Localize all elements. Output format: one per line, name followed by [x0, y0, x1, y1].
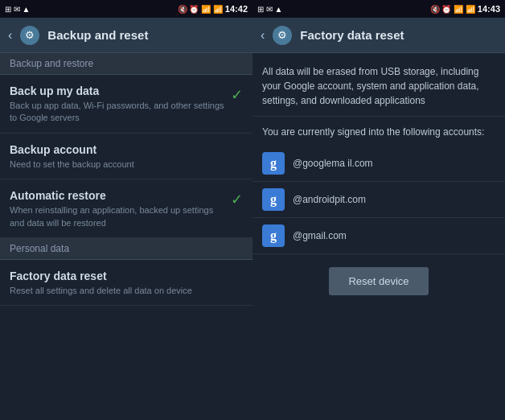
backup-account-desc: Need to set the backup account — [10, 159, 236, 171]
google-icon-1: g — [262, 188, 285, 211]
auto-restore-check: ✓ — [231, 191, 243, 208]
left-status-bar: ⊞ ✉ ▲ 🔇 ⏰ 📶 📶 14:42 — [0, 0, 252, 18]
account-item-2[interactable]: g @gmail.com — [252, 218, 505, 254]
backup-my-data-desc: Back up app data, Wi-Fi passwords, and o… — [10, 100, 224, 125]
left-nav-header: ‹ ⚙ Backup and reset — [0, 18, 252, 53]
setting-factory-reset[interactable]: Factory data reset Reset all settings an… — [0, 260, 252, 306]
right-screen-content: All data will be erased from USB storage… — [252, 53, 505, 420]
right-system-icons: 🔇 ⏰ 📶 📶 — [430, 5, 475, 14]
right-nav-title: Factory data reset — [300, 28, 404, 42]
accounts-intro-text: You are currently signed into the follow… — [252, 117, 505, 146]
reset-button-container: Reset device — [252, 254, 505, 308]
right-status-bar: ⊞ ✉ ▲ 🔇 ⏰ 📶 📶 14:43 — [252, 0, 505, 18]
backup-my-data-check: ✓ — [231, 86, 243, 104]
section-header-backup: Backup and restore — [0, 53, 252, 75]
left-status-time: 14:42 — [225, 4, 248, 14]
section-header-personal: Personal data — [0, 238, 252, 260]
account-email-2: @gmail.com — [293, 230, 347, 241]
right-status-time: 14:43 — [478, 4, 500, 14]
setting-auto-restore[interactable]: Automatic restore When reinstalling an a… — [0, 179, 252, 238]
left-status-right-icons: 🔇 ⏰ 📶 📶 14:42 — [178, 4, 248, 14]
right-status-right-icons: 🔇 ⏰ 📶 📶 14:43 — [430, 4, 500, 14]
right-phone-screen: ⊞ ✉ ▲ 🔇 ⏰ 📶 📶 14:43 ‹ ⚙ Factory data res… — [252, 0, 505, 420]
setting-backup-my-data[interactable]: Back up my data Back up app data, Wi-Fi … — [0, 75, 252, 134]
reset-warning-text: All data will be erased from USB storage… — [252, 53, 505, 117]
google-icon-2: g — [262, 224, 285, 247]
left-status-left-icons: ⊞ ✉ ▲ — [5, 5, 30, 14]
auto-restore-title: Automatic restore — [10, 189, 224, 202]
google-icon-0: g — [262, 152, 285, 175]
account-item-0[interactable]: g @googlema il.com — [252, 146, 505, 182]
backup-my-data-title: Back up my data — [10, 84, 224, 97]
account-email-1: @androidpit.com — [293, 194, 366, 205]
left-phone-screen: ⊞ ✉ ▲ 🔇 ⏰ 📶 📶 14:42 ‹ ⚙ Backup and reset… — [0, 0, 252, 420]
auto-restore-desc: When reinstalling an application, backed… — [10, 204, 224, 229]
right-status-left-icons: ⊞ ✉ ▲ — [257, 5, 282, 14]
left-screen-content: Backup and restore Back up my data Back … — [0, 53, 252, 420]
right-back-arrow[interactable]: ‹ — [261, 28, 265, 43]
reset-device-button[interactable]: Reset device — [329, 267, 428, 295]
system-icons: 🔇 ⏰ 📶 📶 — [178, 5, 223, 14]
backup-account-title: Backup account — [10, 143, 236, 156]
account-email-0: @googlema il.com — [293, 158, 373, 169]
left-nav-title: Backup and reset — [47, 28, 148, 42]
factory-reset-desc: Reset all settings and delete all data o… — [10, 285, 236, 297]
notification-icons: ⊞ ✉ ▲ — [5, 5, 30, 14]
right-gear-icon: ⚙ — [273, 26, 292, 45]
factory-reset-title: Factory data reset — [10, 270, 236, 282]
right-nav-header: ‹ ⚙ Factory data reset — [252, 18, 505, 53]
left-back-arrow[interactable]: ‹ — [8, 28, 12, 43]
left-gear-icon: ⚙ — [20, 26, 39, 45]
account-item-1[interactable]: g @androidpit.com — [252, 182, 505, 218]
right-notification-icons: ⊞ ✉ ▲ — [257, 5, 282, 14]
setting-backup-account[interactable]: Backup account Need to set the backup ac… — [0, 134, 252, 179]
